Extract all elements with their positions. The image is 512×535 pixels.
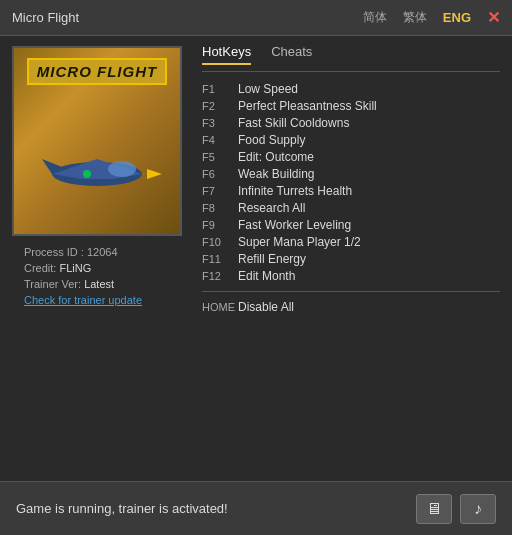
- hotkey-f8: F8 Research All: [202, 201, 500, 215]
- left-panel: MICRO FLIGHT Process ID : 12064: [0, 36, 190, 481]
- key-f7: F7: [202, 185, 238, 197]
- credit-value: FLiNG: [59, 262, 91, 274]
- hotkey-f4: F4 Food Supply: [202, 133, 500, 147]
- title-bar: Micro Flight 简体 繁体 ENG ✕: [0, 0, 512, 36]
- tabs: HotKeys Cheats: [202, 44, 500, 72]
- home-hotkey-item: HOME Disable All: [202, 300, 500, 314]
- key-f10: F10: [202, 236, 238, 248]
- music-icon: ♪: [474, 500, 482, 518]
- monitor-icon: 🖥: [426, 500, 442, 518]
- label-f4: Food Supply: [238, 133, 305, 147]
- process-id-row: Process ID : 12064: [24, 246, 168, 258]
- label-f5: Edit: Outcome: [238, 150, 314, 164]
- label-f7: Infinite Turrets Health: [238, 184, 352, 198]
- hotkey-f11: F11 Refill Energy: [202, 252, 500, 266]
- key-f9: F9: [202, 219, 238, 231]
- lang-simplified[interactable]: 简体: [363, 9, 387, 26]
- status-icons: 🖥 ♪: [416, 494, 496, 524]
- status-bar: Game is running, trainer is activated! 🖥…: [0, 481, 512, 535]
- svg-point-5: [83, 170, 91, 178]
- key-f6: F6: [202, 168, 238, 180]
- key-f5: F5: [202, 151, 238, 163]
- tab-cheats[interactable]: Cheats: [271, 44, 312, 65]
- label-f10: Super Mana Player 1/2: [238, 235, 361, 249]
- hotkey-f9: F9 Fast Worker Leveling: [202, 218, 500, 232]
- plane-icon: [32, 114, 162, 214]
- hotkey-f6: F6 Weak Building: [202, 167, 500, 181]
- label-f2: Perfect Pleasantness Skill: [238, 99, 377, 113]
- label-f12: Edit Month: [238, 269, 295, 283]
- monitor-icon-button[interactable]: 🖥: [416, 494, 452, 524]
- key-f11: F11: [202, 253, 238, 265]
- lang-english[interactable]: ENG: [443, 10, 471, 25]
- home-label: Disable All: [238, 300, 294, 314]
- hotkey-f7: F7 Infinite Turrets Health: [202, 184, 500, 198]
- close-button[interactable]: ✕: [487, 8, 500, 27]
- tab-hotkeys[interactable]: HotKeys: [202, 44, 251, 65]
- game-image-title: MICRO FLIGHT: [27, 58, 167, 85]
- hotkey-f12: F12 Edit Month: [202, 269, 500, 283]
- lang-traditional[interactable]: 繁体: [403, 9, 427, 26]
- key-f12: F12: [202, 270, 238, 282]
- info-section: Process ID : 12064 Credit: FLiNG Trainer…: [12, 236, 180, 306]
- title-bar-controls: 简体 繁体 ENG ✕: [363, 8, 500, 27]
- trainer-ver-row: Trainer Ver: Latest: [24, 278, 168, 290]
- hotkey-f5: F5 Edit: Outcome: [202, 150, 500, 164]
- hotkey-list: F1 Low Speed F2 Perfect Pleasantness Ski…: [202, 82, 500, 283]
- trainer-ver-label: Trainer Ver:: [24, 278, 81, 290]
- label-f8: Research All: [238, 201, 305, 215]
- divider: [202, 291, 500, 292]
- update-link[interactable]: Check for trainer update: [24, 294, 142, 306]
- key-f3: F3: [202, 117, 238, 129]
- svg-point-4: [108, 161, 136, 177]
- main-content: MICRO FLIGHT Process ID : 12064: [0, 36, 512, 481]
- label-f9: Fast Worker Leveling: [238, 218, 351, 232]
- hotkey-f1: F1 Low Speed: [202, 82, 500, 96]
- app-title: Micro Flight: [12, 10, 79, 25]
- hotkey-f10: F10 Super Mana Player 1/2: [202, 235, 500, 249]
- label-f11: Refill Energy: [238, 252, 306, 266]
- right-panel: HotKeys Cheats F1 Low Speed F2 Perfect P…: [190, 36, 512, 481]
- credit-label: Credit:: [24, 262, 56, 274]
- label-f6: Weak Building: [238, 167, 315, 181]
- update-link-row[interactable]: Check for trainer update: [24, 294, 168, 306]
- key-f2: F2: [202, 100, 238, 112]
- key-f8: F8: [202, 202, 238, 214]
- trainer-ver-value: Latest: [84, 278, 114, 290]
- status-message: Game is running, trainer is activated!: [16, 501, 228, 516]
- credit-row: Credit: FLiNG: [24, 262, 168, 274]
- label-f3: Fast Skill Cooldowns: [238, 116, 349, 130]
- key-f1: F1: [202, 83, 238, 95]
- svg-marker-6: [147, 169, 162, 179]
- label-f1: Low Speed: [238, 82, 298, 96]
- hotkey-f3: F3 Fast Skill Cooldowns: [202, 116, 500, 130]
- key-f4: F4: [202, 134, 238, 146]
- music-icon-button[interactable]: ♪: [460, 494, 496, 524]
- home-key: HOME: [202, 301, 238, 313]
- process-id: Process ID : 12064: [24, 246, 118, 258]
- game-image: MICRO FLIGHT: [12, 46, 182, 236]
- hotkey-f2: F2 Perfect Pleasantness Skill: [202, 99, 500, 113]
